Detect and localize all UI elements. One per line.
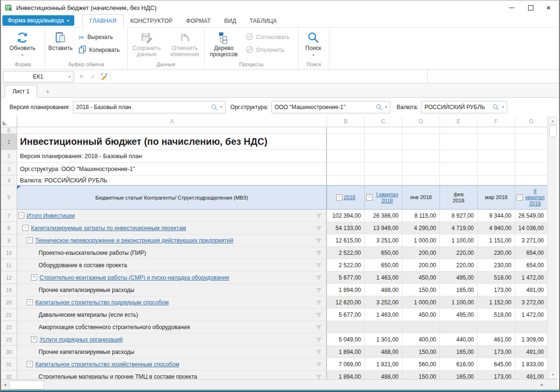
cell-E22[interactable] [440,321,477,333]
cell-name-box[interactable]: ЕК1 ▾ [3,71,73,82]
cell-F22[interactable] [477,321,515,333]
row-label-cell-21[interactable]: Давальческие материалы (если есть) [17,309,327,321]
column-header-A[interactable]: A [17,116,327,127]
row-header-21[interactable]: 21 [1,309,17,321]
row-filter-icon[interactable] [316,362,321,367]
cell-E21[interactable]: 495,00 [440,309,477,321]
row-label[interactable]: Услуги подрядных организаций [40,336,123,343]
cell-B5[interactable]: −2018 [327,185,364,210]
planning-version-combo[interactable]: 2018 - Базовый план ▾ [73,101,226,113]
cell-F2[interactable] [477,150,515,163]
row-expand-toggle[interactable]: + [31,336,37,342]
row-label-cell-20[interactable]: −Капитальное строительство подрядным спо… [17,296,327,309]
cell-B11[interactable]: 2 522,00 [327,259,364,271]
cell-F23[interactable]: 461,00 [477,333,515,346]
row-label-cell-9[interactable]: −Техническое перевооружение и реконструк… [17,234,327,247]
row-header-30[interactable]: 30 [1,346,17,358]
cell-B12[interactable]: 5 677,00 [327,271,364,284]
minimize-button[interactable] [502,0,521,15]
column-header-B[interactable]: B [327,116,364,127]
cell-F9[interactable]: 1 151,00 [477,234,515,247]
row-filter-icon[interactable] [316,350,321,354]
cell-G11[interactable]: 654,00 [515,259,547,271]
row-label-cell-3[interactable]: Орг.структура: ООО "Машиностроение-1" [17,163,327,176]
tab-format[interactable]: ФОРМАТ [180,15,218,27]
cell-G21[interactable]: 1 472,00 [515,309,547,321]
cell-F8[interactable]: 4 940,00 [477,222,515,234]
cell-C23[interactable]: 1 301,00 [364,333,402,346]
tab-glavnaya[interactable]: ГЛАВНАЯ [82,14,123,28]
cell-B1[interactable] [327,134,364,150]
cut-button[interactable]: ✂ Вырезать [76,33,123,41]
row-filter-icon[interactable] [316,251,321,255]
paste-button[interactable]: Вставить [45,29,76,51]
formula-input[interactable] [111,71,428,82]
row-label[interactable]: Итого Инвестиции [27,212,75,219]
refresh-button[interactable]: Обновить ▾ [1,29,44,58]
cell-E2[interactable] [440,150,477,163]
row-label-cell-2[interactable]: Версия планирования: 2018 - Базовый план [17,150,327,163]
cell-B0[interactable] [327,127,364,134]
row-filter-icon[interactable] [316,226,321,231]
cell-B7[interactable]: 102 394,00 [327,210,364,222]
row-label[interactable]: Техническое перевооружение и реконструкц… [35,237,233,244]
row-header-11[interactable]: 11 [1,259,17,271]
vertical-scrollbar[interactable]: ▲ ▼ [547,116,557,379]
row-header-4[interactable]: 4 [1,176,17,185]
scroll-right-arrow[interactable]: ▶ [539,381,546,389]
cell-C22[interactable] [364,321,402,333]
row-label-cell-8[interactable]: −Капитализируемые затраты по инвестицион… [17,222,327,234]
row-filter-icon[interactable] [316,214,321,218]
cell-C20[interactable]: 3 252,00 [364,296,402,309]
row-label[interactable]: Строительно-монтажные работы (СМР) и пус… [40,274,229,281]
cell-C0[interactable] [364,127,402,134]
cell-C8[interactable]: 13 949,00 [364,222,402,234]
row-label-cell-0[interactable] [17,127,327,134]
tab-tablica[interactable]: ТАБЛИЦА [243,15,284,27]
cell-B32[interactable]: 1 894,00 [327,371,364,379]
cell-G9[interactable]: 3 271,00 [515,234,547,247]
row-header-8[interactable]: 8 [1,222,17,234]
cell-G22[interactable] [515,321,547,333]
cell-C10[interactable]: 650,00 [364,247,402,259]
cell-G8[interactable]: 14 036,00 [515,222,547,234]
close-button[interactable]: ✕ [539,0,558,15]
cell-D1[interactable] [402,134,440,150]
row-label[interactable]: Капитальное строительство хозяйственным … [35,361,179,368]
row-filter-icon[interactable] [316,276,321,280]
cell-D20[interactable]: 1 000,00 [402,296,440,309]
cell-D32[interactable]: 150,00 [402,371,440,379]
row-header-32[interactable]: 32 [1,371,17,379]
org-structure-combo[interactable]: ООО "Машиностроение-1" ▾ [271,101,390,113]
cell-G0[interactable] [515,127,547,134]
cell-B20[interactable]: 12 620,00 [327,296,364,309]
cell-G2[interactable] [515,150,547,163]
cell-C31[interactable]: 1 821,00 [364,358,402,371]
search-button[interactable]: Поиск ▾ [299,29,328,58]
cell-G31[interactable]: 1 833,00 [515,358,547,371]
cell-D7[interactable]: 8 115,00 [402,210,440,222]
cell-E30[interactable]: 165,00 [440,346,477,358]
cell-D12[interactable]: 450,00 [402,271,440,284]
cell-G20[interactable]: 3 272,00 [515,296,547,309]
collapse-toggle[interactable]: − [517,194,523,201]
cell-D8[interactable]: 4 290,00 [402,222,440,234]
cell-E1[interactable] [440,134,477,150]
row-label-cell-32[interactable]: Строительные материалы и прочие ТМЦ в со… [17,371,327,379]
row-filter-icon[interactable] [316,301,321,305]
row-filter-icon[interactable] [316,375,321,379]
column-header-D[interactable]: D [402,116,440,127]
cell-B4[interactable] [327,176,364,185]
cell-E20[interactable]: 1 100,00 [440,296,477,309]
cell-G19[interactable]: 491,00 [515,284,547,296]
cell-F4[interactable] [477,176,515,185]
cell-F32[interactable]: 173,00 [477,371,515,379]
cell-E10[interactable]: 220,00 [440,247,477,259]
cell-E5[interactable]: фев 2018 [440,185,477,210]
row-label-cell-23[interactable]: +Услуги подрядных организаций [17,333,327,346]
row-label-cell-19[interactable]: Прочие капитализируемые расходы [17,284,327,296]
tab-vid[interactable]: ВИД [218,15,243,27]
currency-combo[interactable]: РОССИЙСКИЙ РУБЛЬ ▾ [421,101,507,113]
cell-B19[interactable]: 1 894,00 [327,284,364,296]
sheet-tab-list1[interactable]: Лист 1 [5,85,37,98]
